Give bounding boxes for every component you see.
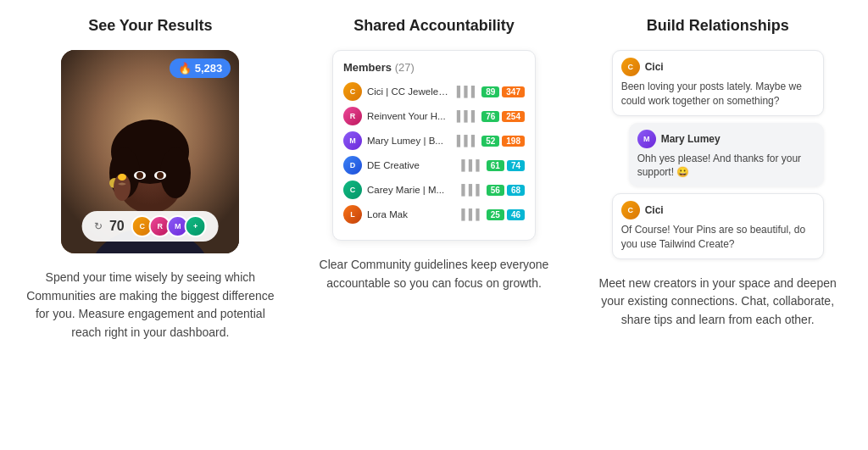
chat-avatar-2: M bbox=[637, 130, 656, 148]
bar-icon-2: ▐▐▐ bbox=[453, 110, 476, 122]
member-name-2: Reinvent Your H... bbox=[367, 111, 448, 121]
chat-bubble-3: C Cici Of Course! Your Pins are so beaut… bbox=[612, 193, 824, 259]
member-name-6: Lora Mak bbox=[367, 209, 453, 219]
chat-avatar-3: C bbox=[621, 201, 640, 219]
col2-title: Shared Accountability bbox=[353, 17, 514, 35]
badge-orange-1: 347 bbox=[502, 86, 525, 97]
member-name-1: Cici | CC Jeweler... bbox=[367, 86, 448, 97]
member-avatar-3: M bbox=[343, 131, 362, 150]
badge-green-4: 61 bbox=[487, 160, 504, 171]
member-row: D DE Creative ▐▐▐ 61 74 bbox=[343, 156, 525, 175]
chat-header-1: C Cici bbox=[621, 58, 815, 76]
members-panel: Members (27) C Cici | CC Jeweler... ▐▐▐ … bbox=[332, 50, 536, 241]
member-badges-3: 52 198 bbox=[481, 136, 525, 147]
member-row: C Carey Marie | M... ▐▐▐ 56 68 bbox=[343, 181, 525, 199]
chat-bubble-2: M Mary Lumey Ohh yes please! And thanks … bbox=[629, 123, 824, 187]
member-row: L Lora Mak ▐▐▐ 25 46 bbox=[343, 205, 525, 224]
bar-icon-1: ▐▐▐ bbox=[453, 86, 476, 97]
badge-green-6: 25 bbox=[487, 209, 504, 220]
chat-sender-3: Cici bbox=[645, 204, 664, 216]
phone-mockup: 🔥 5,283 ↻ 70 C R M + bbox=[61, 50, 239, 253]
member-avatar-4: D bbox=[343, 156, 362, 175]
badge-green-3: 52 bbox=[481, 136, 499, 147]
chat-text-1: Been loving your posts lately. Maybe we … bbox=[621, 80, 815, 108]
members-count: (27) bbox=[395, 61, 415, 74]
badge-green-2: 76 bbox=[481, 111, 499, 122]
member-badges-1: 89 347 bbox=[481, 86, 525, 97]
chat-avatar-1: C bbox=[621, 58, 640, 76]
bar-icon-5: ▐▐▐ bbox=[458, 184, 480, 196]
chat-sender-2: Mary Lumey bbox=[661, 133, 721, 145]
svg-point-9 bbox=[136, 172, 143, 179]
members-label: Members bbox=[343, 61, 392, 74]
badge-orange-3: 198 bbox=[502, 136, 525, 147]
members-header: Members (27) bbox=[343, 61, 525, 74]
member-name-3: Mary Lumey | B... bbox=[367, 136, 448, 146]
repin-badge: ↻ 70 C R M + bbox=[82, 211, 219, 242]
avatar-4: + bbox=[185, 215, 207, 237]
fire-badge: 🔥 5,283 bbox=[170, 58, 231, 78]
bar-icon-6: ▐▐▐ bbox=[458, 208, 480, 220]
col1-description: Spend your time wisely by seeing which C… bbox=[25, 269, 275, 342]
member-badges-6: 25 46 bbox=[487, 209, 525, 220]
badge-teal-6: 46 bbox=[507, 209, 525, 220]
chat-header-2: M Mary Lumey bbox=[637, 130, 815, 148]
column-relationships: Build Relationships C Cici Been loving y… bbox=[576, 17, 860, 342]
bar-icon-4: ▐▐▐ bbox=[458, 159, 480, 171]
main-container: See Your Results bbox=[0, 0, 868, 359]
chat-text-3: Of Course! Your Pins are so beautiful, d… bbox=[621, 223, 815, 252]
col1-title: See Your Results bbox=[88, 17, 212, 35]
member-badges-2: 76 254 bbox=[481, 111, 525, 122]
chat-text-2: Ohh yes please! And thanks for your supp… bbox=[637, 152, 815, 181]
chat-header-3: C Cici bbox=[621, 201, 815, 219]
member-badges-5: 56 68 bbox=[487, 185, 525, 196]
member-avatar-2: R bbox=[343, 107, 362, 125]
badge-teal-4: 74 bbox=[507, 160, 525, 171]
column-accountability: Shared Accountability Members (27) C Cic… bbox=[292, 17, 576, 342]
fire-count: 5,283 bbox=[195, 62, 223, 75]
svg-point-11 bbox=[157, 172, 164, 179]
badge-teal-5: 68 bbox=[507, 185, 525, 196]
repin-icon: ↻ bbox=[94, 220, 103, 232]
avatar-row: C R M + bbox=[131, 215, 207, 237]
svg-point-13 bbox=[118, 174, 126, 181]
col3-description: Meet new creators in your space and deep… bbox=[593, 275, 843, 330]
fire-icon: 🔥 bbox=[178, 62, 192, 75]
col2-description: Clear Community guidelines keep everyone… bbox=[309, 256, 559, 292]
badge-orange-2: 254 bbox=[502, 111, 525, 122]
repin-count: 70 bbox=[109, 219, 125, 234]
member-row: C Cici | CC Jeweler... ▐▐▐ 89 347 bbox=[343, 82, 525, 101]
member-badges-4: 61 74 bbox=[487, 160, 525, 171]
member-row: M Mary Lumey | B... ▐▐▐ 52 198 bbox=[343, 131, 525, 150]
member-name-4: DE Creative bbox=[367, 160, 453, 170]
badge-green-5: 56 bbox=[487, 185, 504, 196]
bar-icon-3: ▐▐▐ bbox=[453, 135, 476, 147]
chat-sender-1: Cici bbox=[645, 61, 664, 73]
chat-panel: C Cici Been loving your posts lately. Ma… bbox=[612, 50, 824, 259]
member-avatar-1: C bbox=[343, 82, 362, 101]
chat-bubble-1: C Cici Been loving your posts lately. Ma… bbox=[612, 50, 824, 116]
member-avatar-6: L bbox=[343, 205, 362, 224]
member-row: R Reinvent Your H... ▐▐▐ 76 254 bbox=[343, 107, 525, 125]
column-results: See Your Results bbox=[8, 17, 292, 342]
member-avatar-5: C bbox=[343, 181, 362, 199]
member-name-5: Carey Marie | M... bbox=[367, 185, 453, 195]
col3-title: Build Relationships bbox=[647, 17, 789, 35]
badge-green-1: 89 bbox=[481, 86, 499, 97]
